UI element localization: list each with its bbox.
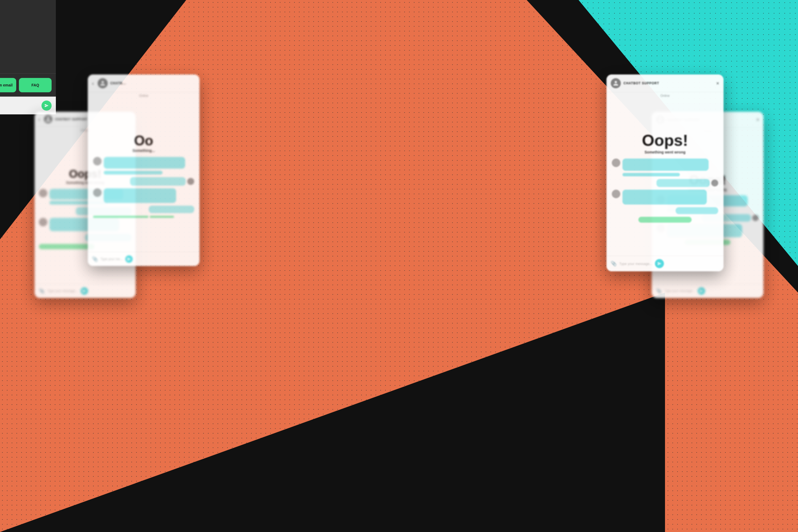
chatbot-name-label: CHATBOT SUPPORT bbox=[55, 118, 88, 121]
send-button[interactable] bbox=[81, 287, 88, 295]
close-button[interactable]: × bbox=[716, 80, 719, 87]
oops-subtitle: Something went wrong bbox=[645, 150, 685, 154]
input-placeholder: Type your message... bbox=[48, 289, 78, 293]
card-header: ‹ CHATB... bbox=[88, 75, 200, 92]
avatar bbox=[98, 78, 108, 88]
attachment-icon: 📎 bbox=[92, 256, 98, 262]
input-placeholder: Type your message... bbox=[619, 262, 652, 266]
action-buttons-area: Call Write an email FAQ bbox=[0, 74, 56, 97]
send-button[interactable] bbox=[125, 255, 133, 263]
chat-input-area: 📎 Type your message... bbox=[607, 255, 723, 271]
attachment-icon: 📎 bbox=[656, 288, 662, 294]
chat-input-area: 📎 Type your message... bbox=[652, 284, 763, 298]
chat-input-area: 📎 Type your me... bbox=[88, 252, 200, 266]
card-mid-left: ‹ CHATB... Online Oo Something... bbox=[88, 75, 200, 266]
attachment-icon: 📎 bbox=[611, 261, 616, 267]
main-send-button[interactable] bbox=[41, 100, 52, 111]
input-placeholder: Type your me... bbox=[100, 257, 122, 261]
attachment-icon: 📎 bbox=[39, 288, 45, 294]
close-button[interactable]: × bbox=[756, 117, 759, 122]
back-arrow-icon: ‹ bbox=[92, 80, 94, 87]
chatbot-name-label: CHATBOT SUPPORT bbox=[624, 81, 659, 85]
oops-subtitle: Something... bbox=[132, 148, 155, 153]
input-placeholder: Type your message... bbox=[664, 289, 695, 293]
card-header-right: CHATBOT SUPPORT × bbox=[607, 75, 723, 92]
chatbot-name-label: CHATB... bbox=[110, 81, 126, 85]
avatar bbox=[44, 115, 52, 124]
oops-title: Oops! bbox=[642, 132, 688, 148]
chat-input-area: 📎 Type your message... bbox=[35, 284, 136, 298]
send-button[interactable] bbox=[698, 287, 705, 295]
card-mid-right: CHATBOT SUPPORT × Online Oops! Something… bbox=[607, 75, 723, 271]
main-chat-input[interactable] bbox=[0, 103, 39, 108]
write-email-button[interactable]: Write an email bbox=[0, 78, 16, 92]
online-status: Online bbox=[607, 92, 723, 99]
faq-button[interactable]: FAQ bbox=[19, 78, 52, 92]
online-status: Online bbox=[88, 92, 200, 99]
main-chat-card: Support | Jason Hey, it looks like you n… bbox=[0, 0, 56, 114]
back-arrow-icon: ‹ bbox=[38, 116, 40, 122]
avatar bbox=[611, 78, 621, 88]
chat-messages-area: Hey, it looks like you need a software u… bbox=[0, 0, 56, 73]
oops-title: Oo bbox=[134, 134, 153, 147]
send-button[interactable] bbox=[655, 259, 664, 268]
